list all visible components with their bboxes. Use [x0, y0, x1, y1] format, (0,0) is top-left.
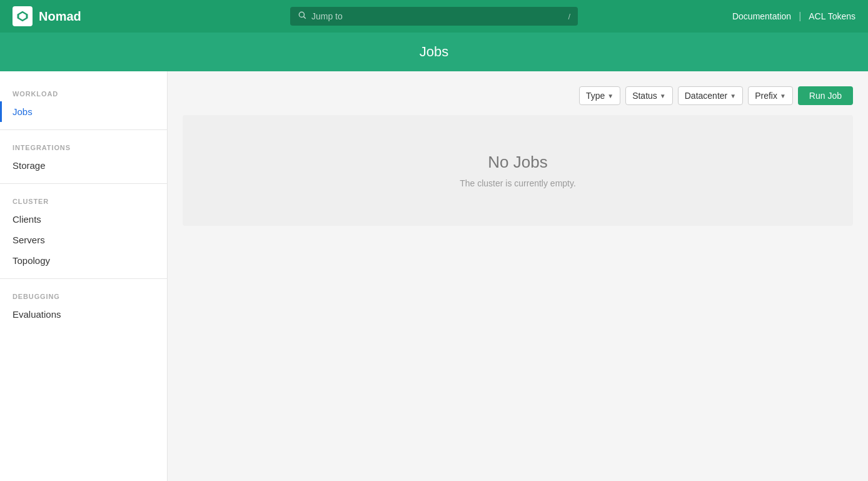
nav-logo[interactable]: Nomad	[13, 6, 81, 26]
empty-state: No Jobs The cluster is currently empty.	[183, 115, 853, 226]
filters-bar: Type ▼ Status ▼ Datacenter ▼ Prefix ▼ Ru…	[183, 86, 853, 105]
acl-tokens-link[interactable]: ACL Tokens	[809, 11, 855, 21]
svg-line-3	[304, 17, 306, 19]
status-filter[interactable]: Status ▼	[625, 86, 673, 105]
main-layout: WORKLOAD Jobs INTEGRATIONS Storage CLUST…	[0, 71, 868, 481]
nav-search: /	[290, 7, 578, 26]
type-filter[interactable]: Type ▼	[579, 86, 620, 105]
sidebar-item-evaluations[interactable]: Evaluations	[0, 304, 167, 325]
search-input[interactable]	[311, 11, 530, 21]
search-icon	[298, 11, 306, 22]
run-job-button[interactable]: Run Job	[798, 86, 853, 105]
sidebar-section-label-debugging: DEBUGGING	[0, 286, 167, 304]
nav-links: Documentation | ACL Tokens	[732, 11, 855, 22]
datacenter-filter-arrow: ▼	[730, 93, 736, 99]
prefix-filter-label: Prefix	[755, 91, 777, 101]
sidebar-item-servers[interactable]: Servers	[0, 230, 167, 250]
sidebar-section-debugging: DEBUGGING Evaluations	[0, 286, 167, 325]
page-header: Jobs	[0, 33, 868, 71]
status-filter-label: Status	[632, 91, 657, 101]
documentation-link[interactable]: Documentation	[732, 11, 791, 21]
empty-state-description: The cluster is currently empty.	[460, 178, 576, 188]
empty-state-title: No Jobs	[488, 153, 547, 172]
sidebar-section-label-cluster: CLUSTER	[0, 191, 167, 209]
type-filter-label: Type	[586, 91, 605, 101]
sidebar: WORKLOAD Jobs INTEGRATIONS Storage CLUST…	[0, 71, 168, 481]
status-filter-arrow: ▼	[660, 93, 666, 99]
nav-logo-text: Nomad	[39, 9, 81, 24]
datacenter-filter-label: Datacenter	[685, 91, 727, 101]
sidebar-section-label-integrations: INTEGRATIONS	[0, 138, 167, 155]
search-kbd: /	[568, 12, 570, 21]
sidebar-item-storage[interactable]: Storage	[0, 155, 167, 176]
sidebar-section-workload: WORKLOAD Jobs	[0, 84, 167, 122]
nav-links-separator: |	[799, 11, 801, 22]
svg-point-2	[299, 12, 304, 17]
sidebar-divider-2	[0, 183, 167, 184]
type-filter-arrow: ▼	[607, 93, 613, 99]
top-nav: Nomad / Documentation | ACL Tokens	[0, 0, 868, 33]
datacenter-filter[interactable]: Datacenter ▼	[678, 86, 743, 105]
sidebar-section-integrations: INTEGRATIONS Storage	[0, 138, 167, 176]
sidebar-divider-1	[0, 129, 167, 130]
sidebar-item-jobs[interactable]: Jobs	[0, 101, 167, 122]
prefix-filter-arrow: ▼	[780, 93, 786, 99]
page-title: Jobs	[0, 44, 868, 60]
main-content: Type ▼ Status ▼ Datacenter ▼ Prefix ▼ Ru…	[168, 71, 868, 481]
sidebar-divider-3	[0, 278, 167, 279]
sidebar-section-cluster: CLUSTER Clients Servers Topology	[0, 191, 167, 271]
sidebar-item-clients[interactable]: Clients	[0, 209, 167, 230]
prefix-filter[interactable]: Prefix ▼	[748, 86, 793, 105]
nomad-logo-icon	[13, 6, 33, 26]
sidebar-section-label-workload: WORKLOAD	[0, 84, 167, 101]
sidebar-item-topology[interactable]: Topology	[0, 250, 167, 271]
